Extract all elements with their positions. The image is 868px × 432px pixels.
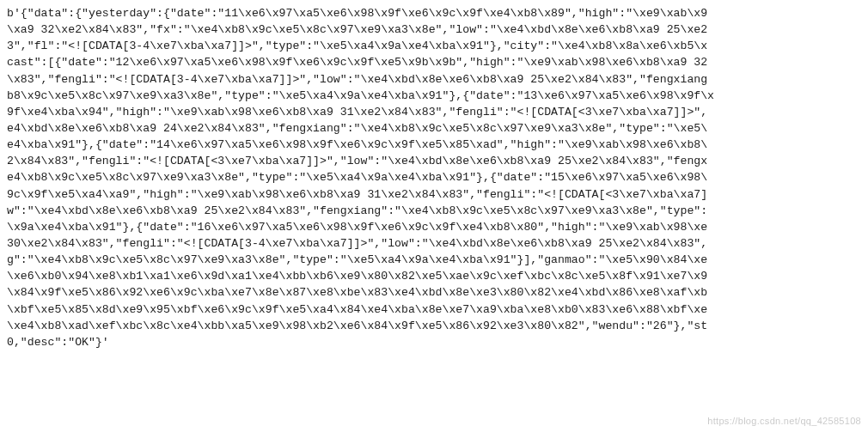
line: \x9a\xe4\xba\x91"},{"date":"16\xe6\x97\x… [7, 221, 707, 234]
line: 30\xe2\x84\x83","fengli":"<![CDATA[3-4\x… [7, 237, 707, 250]
raw-bytes-output: b'{"data":{"yesterday":{"date":"11\xe6\x… [0, 0, 868, 432]
line: b'{"data":{"yesterday":{"date":"11\xe6\x… [7, 7, 707, 20]
line: e4\xba\x91"},{"date":"14\xe6\x97\xa5\xe6… [7, 138, 707, 151]
line: cast":[{"date":"12\xe6\x97\xa5\xe6\x98\x… [7, 56, 707, 69]
line: 3","fl":"<![CDATA[3-4\xe7\xba\xa7]]>","t… [7, 40, 707, 52]
line: b8\x9c\xe5\x8c\x97\xe9\xa3\x8e","type":"… [7, 89, 714, 102]
watermark-text: https://blog.csdn.net/qq_42585108 [707, 415, 861, 429]
line: 9c\x9f\xe5\xa4\xa9","high":"\xe9\xab\x98… [7, 188, 707, 201]
line: e4\xbd\x8e\xe6\xb8\xa9 24\xe2\x84\x83","… [7, 122, 707, 135]
line: g":"\xe4\xb8\x9c\xe5\x8c\x97\xe9\xa3\x8e… [7, 253, 707, 266]
line: \x84\x9f\xe5\x86\x92\xe6\x9c\xba\xe7\x8e… [7, 286, 707, 299]
line: 2\x84\x83","fengli":"<![CDATA[<3\xe7\xba… [7, 155, 707, 167]
line: 0,"desc":"OK"}' [7, 336, 109, 349]
line: \xa9 32\xe2\x84\x83","fx":"\xe4\xb8\x9c\… [7, 23, 707, 36]
line: \xe6\xb0\x94\xe8\xb1\xa1\xe6\x9d\xa1\xe4… [7, 270, 707, 283]
line: 9f\xe4\xba\x94","high":"\xe9\xab\x98\xe6… [7, 106, 707, 119]
line: \xbf\xe5\x85\x8d\xe9\x95\xbf\xe6\x9c\x9f… [7, 303, 707, 316]
line: w":"\xe4\xbd\x8e\xe6\xb8\xa9 25\xe2\x84\… [7, 204, 707, 217]
line: e4\xb8\x9c\xe5\x8c\x97\xe9\xa3\x8e","typ… [7, 171, 707, 184]
line: \xe4\xb8\xad\xef\xbc\x8c\xe4\xbb\xa5\xe9… [7, 319, 707, 332]
line: \x83","fengli":"<![CDATA[3-4\xe7\xba\xa7… [7, 73, 707, 86]
